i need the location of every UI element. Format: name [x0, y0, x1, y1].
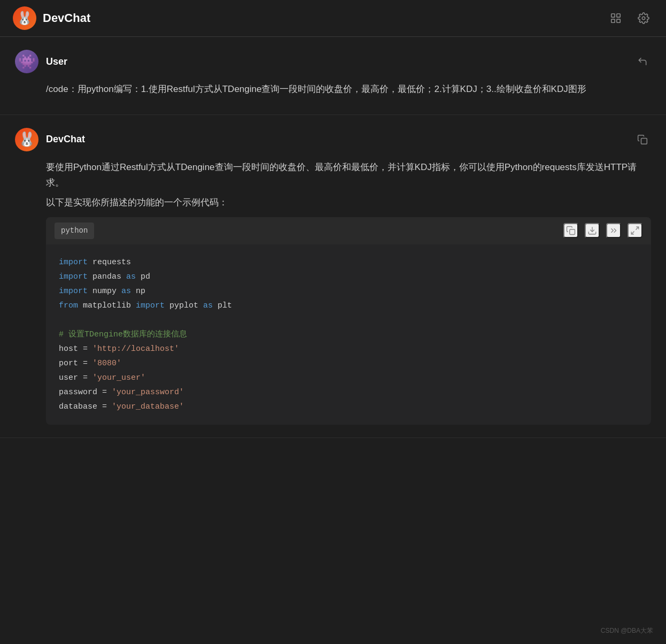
- user-message-text: /code：用python编写：1.使用Restful方式从TDengine查询…: [46, 82, 651, 97]
- code-block: import requests import pandas as pd impo…: [46, 244, 651, 425]
- code-line-8: port = '8080': [59, 356, 638, 371]
- code-block-wrapper: python: [46, 217, 651, 425]
- bot-intro-text2: 以下是实现你所描述的功能的一个示例代码：: [46, 195, 651, 211]
- expand-code-button[interactable]: [628, 223, 642, 238]
- code-actions: [563, 223, 642, 238]
- app-logo: 🐰: [13, 6, 36, 30]
- code-line-5: [59, 313, 638, 327]
- lang-label: python: [55, 223, 94, 240]
- bot-message-header: 🐰 DevChat: [15, 128, 651, 151]
- bot-avatar: 🐰: [15, 128, 38, 151]
- svg-line-9: [631, 232, 634, 234]
- run-code-button[interactable]: [606, 223, 621, 238]
- user-avatar: 👾: [15, 50, 38, 73]
- bot-header-left: 🐰 DevChat: [15, 128, 85, 151]
- code-block-header: python: [46, 217, 651, 245]
- svg-rect-2: [611, 19, 615, 22]
- save-code-button[interactable]: [585, 223, 600, 238]
- svg-rect-1: [617, 14, 620, 17]
- copy-code-button[interactable]: [563, 223, 578, 238]
- svg-point-4: [642, 17, 645, 20]
- app-header: 🐰 DevChat: [0, 0, 666, 37]
- svg-rect-5: [641, 138, 647, 144]
- code-line-11: database = 'your_database': [59, 400, 638, 414]
- code-line-6: # 设置TDengine数据库的连接信息: [59, 327, 638, 342]
- svg-rect-6: [570, 229, 575, 235]
- code-line-1: import requests: [59, 255, 638, 270]
- code-line-9: user = 'your_user': [59, 371, 638, 385]
- svg-rect-0: [611, 14, 615, 17]
- user-message-content: /code：用python编写：1.使用Restful方式从TDengine查询…: [15, 82, 651, 97]
- user-message-block: 👾 User /code：用python编写：1.使用Restful方式从TDe…: [0, 37, 666, 115]
- code-line-4: from matplotlib import pyplot as plt: [59, 298, 638, 313]
- chat-container: 👾 User /code：用python编写：1.使用Restful方式从TDe…: [0, 37, 666, 438]
- bot-message-block: 🐰 DevChat 要使用Python通过Restful方式从TDengine查…: [0, 115, 666, 438]
- svg-line-8: [636, 227, 639, 230]
- bot-intro-text1: 要使用Python通过Restful方式从TDengine查询一段时间的收盘价、…: [46, 160, 651, 191]
- app-title: DevChat: [43, 11, 90, 25]
- settings-button[interactable]: [634, 9, 653, 28]
- header-left: 🐰 DevChat: [13, 6, 90, 30]
- bot-sender-name: DevChat: [46, 134, 85, 145]
- user-action-button[interactable]: [634, 53, 651, 70]
- code-line-7: host = 'http://localhost': [59, 342, 638, 356]
- history-button[interactable]: [606, 9, 625, 28]
- bot-action-button[interactable]: [634, 131, 651, 148]
- code-line-3: import numpy as np: [59, 284, 638, 298]
- watermark: CSDN @DBA大苯: [601, 626, 653, 635]
- user-header-left: 👾 User: [15, 50, 67, 73]
- user-sender-name: User: [46, 56, 67, 67]
- user-message-header: 👾 User: [15, 50, 651, 73]
- svg-rect-3: [617, 19, 620, 22]
- code-line-10: password = 'your_password': [59, 385, 638, 400]
- bot-message-content: 要使用Python通过Restful方式从TDengine查询一段时间的收盘价、…: [15, 160, 651, 425]
- header-right: [606, 9, 653, 28]
- code-line-2: import pandas as pd: [59, 270, 638, 284]
